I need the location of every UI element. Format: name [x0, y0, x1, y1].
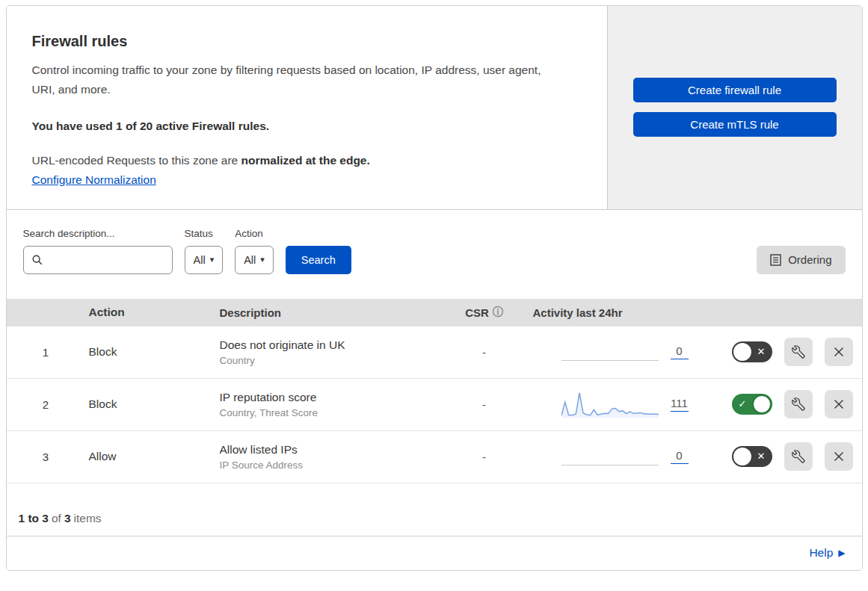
- toggle-cross-icon: ✕: [757, 347, 766, 356]
- ordering-list-icon: [770, 254, 781, 266]
- rule-activity: 0: [518, 443, 698, 470]
- wrench-icon: [792, 450, 805, 463]
- close-icon: [833, 346, 845, 358]
- rule-description: Does not originate in UK Country: [216, 338, 451, 366]
- usage-note: You have used 1 of 20 active Firewall ru…: [32, 120, 577, 133]
- close-icon: [833, 398, 845, 410]
- table-header: Action Description CSR ⓘ Activity last 2…: [7, 299, 862, 327]
- help-link[interactable]: Help ▶: [809, 546, 845, 560]
- item-range: 1 to 3: [19, 512, 49, 525]
- rule-enabled-toggle[interactable]: ✓ ✕: [732, 446, 772, 467]
- ordering-button[interactable]: Ordering: [757, 246, 845, 274]
- rule-controls: ✓ ✕: [698, 390, 862, 418]
- activity-sparkline: [561, 338, 659, 365]
- table-row: 2 Block IP reputation score Country, Thr…: [7, 379, 862, 431]
- toggle-cross-icon: ✕: [757, 451, 766, 461]
- rule-activity: 0: [518, 338, 698, 365]
- csr-label: CSR: [465, 306, 489, 319]
- items-text: items: [74, 512, 102, 525]
- activity-count-link[interactable]: 0: [671, 449, 689, 464]
- toggle-knob: [733, 343, 751, 361]
- rule-csr-value: -: [451, 346, 518, 359]
- firewall-rules-page: Firewall rules Control incoming traffic …: [6, 5, 863, 571]
- filter-bar: Search description... Status All ▾ Actio…: [7, 210, 862, 299]
- activity-count-link[interactable]: 111: [671, 397, 689, 412]
- info-icon[interactable]: ⓘ: [493, 306, 503, 319]
- rule-priority: 1: [7, 346, 85, 359]
- normalization-note: URL-encoded Requests to this zone are no…: [32, 154, 577, 167]
- header-text-panel: Firewall rules Control incoming traffic …: [7, 6, 607, 209]
- page-description: Control incoming traffic to your zone by…: [32, 61, 563, 100]
- rule-description: Allow listed IPs IP Source Address: [216, 443, 451, 471]
- search-icon: [31, 254, 43, 266]
- rule-description-title: Does not originate in UK: [220, 338, 451, 352]
- edit-rule-button[interactable]: [784, 390, 813, 418]
- edit-rule-button[interactable]: [784, 338, 813, 366]
- help-bar: Help ▶: [7, 536, 862, 570]
- rule-description-fields: IP Source Address: [220, 460, 451, 471]
- header-actions-panel: Create firewall rule Create mTLS rule: [607, 6, 862, 209]
- help-arrow-icon: ▶: [838, 548, 845, 558]
- create-firewall-rule-button[interactable]: Create firewall rule: [633, 78, 837, 102]
- toggle-check-icon: ✓: [739, 399, 747, 409]
- search-group: Search description...: [23, 228, 173, 274]
- delete-rule-button[interactable]: [825, 442, 853, 471]
- delete-rule-button[interactable]: [825, 390, 853, 418]
- status-filter-group: Status All ▾: [185, 228, 224, 274]
- configure-normalization-link[interactable]: Configure Normalization: [32, 173, 156, 186]
- rule-action: Block: [85, 345, 216, 359]
- action-label: Action: [235, 228, 274, 239]
- page-title: Firewall rules: [32, 33, 577, 50]
- activity-sparkline: [561, 443, 659, 470]
- activity-column-header: Activity last 24hr: [518, 306, 698, 319]
- action-column-header: Action: [85, 306, 216, 319]
- rule-description-title: IP reputation score: [220, 391, 451, 404]
- help-label: Help: [809, 546, 833, 560]
- create-mtls-rule-button[interactable]: Create mTLS rule: [633, 112, 837, 137]
- wrench-icon: [792, 345, 805, 359]
- action-value: All: [244, 254, 256, 266]
- rule-description-fields: Country, Threat Score: [220, 407, 451, 418]
- table-footer: 1 to 3 of 3 items: [7, 483, 862, 536]
- search-input-box[interactable]: [23, 246, 173, 274]
- csr-column-header: CSR ⓘ: [451, 306, 518, 319]
- header-section: Firewall rules Control incoming traffic …: [7, 6, 862, 210]
- activity-sparkline: [561, 391, 659, 418]
- table-row: 3 Allow Allow listed IPs IP Source Addre…: [7, 431, 862, 483]
- rule-description-fields: Country: [220, 355, 451, 366]
- activity-count-link[interactable]: 0: [671, 344, 689, 359]
- delete-rule-button[interactable]: [825, 338, 853, 366]
- description-column-header: Description: [216, 306, 451, 319]
- search-label: Search description...: [23, 228, 173, 239]
- rule-controls: ✓ ✕: [698, 338, 862, 366]
- action-dropdown[interactable]: All ▾: [235, 246, 274, 274]
- rule-csr-value: -: [451, 398, 518, 411]
- rule-description-title: Allow listed IPs: [220, 443, 451, 457]
- status-dropdown[interactable]: All ▾: [185, 246, 224, 274]
- chevron-down-icon: ▾: [210, 255, 215, 264]
- rule-action: Block: [85, 397, 216, 411]
- rule-priority: 3: [7, 451, 85, 463]
- rule-action: Allow: [85, 450, 216, 463]
- wrench-icon: [792, 397, 805, 411]
- rule-controls: ✓ ✕: [698, 442, 862, 471]
- normalization-text: URL-encoded Requests to this zone are: [32, 154, 241, 167]
- of-text: of: [52, 512, 61, 525]
- rule-csr-value: -: [451, 451, 518, 463]
- edit-rule-button[interactable]: [784, 442, 813, 471]
- close-icon: [833, 451, 845, 462]
- search-input[interactable]: [43, 254, 164, 266]
- rule-enabled-toggle[interactable]: ✓ ✕: [732, 394, 772, 415]
- search-button[interactable]: Search: [286, 246, 351, 274]
- item-total: 3: [64, 512, 71, 525]
- normalization-bold: normalized at the edge.: [241, 154, 370, 167]
- status-label: Status: [185, 228, 224, 239]
- action-filter-group: Action All ▾: [235, 228, 274, 274]
- toggle-knob: [733, 448, 751, 465]
- table-row: 1 Block Does not originate in UK Country…: [7, 327, 862, 379]
- rule-enabled-toggle[interactable]: ✓ ✕: [732, 341, 772, 362]
- rule-description: IP reputation score Country, Threat Scor…: [216, 391, 451, 418]
- chevron-down-icon: ▾: [260, 255, 265, 264]
- toggle-knob: [753, 395, 771, 413]
- status-value: All: [194, 254, 206, 266]
